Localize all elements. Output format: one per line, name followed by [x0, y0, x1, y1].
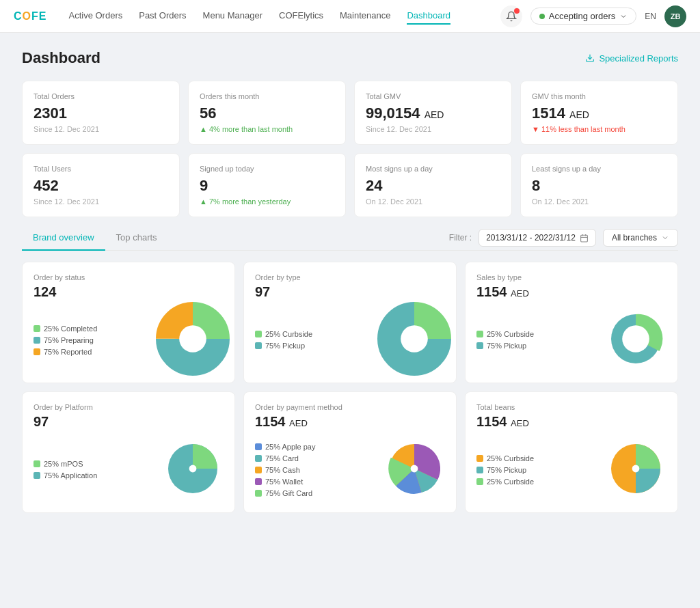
nav-maintenance[interactable]: Maintenance: [340, 8, 390, 25]
user-avatar[interactable]: ZB: [664, 5, 686, 27]
stat-total-orders: Total Orders 2301 Since 12. Dec 2021: [22, 81, 180, 145]
chart-status-legend: 25% Completed 75% Preparing 75% Reported: [33, 324, 154, 356]
branch-selector[interactable]: All branches: [603, 229, 678, 247]
chart-payment-legend: 25% Apple pay 75% Card 75% Cash 75%: [255, 443, 375, 497]
chart-beans-label: Total beans: [476, 403, 667, 411]
nav-past-orders[interactable]: Past Orders: [139, 8, 186, 25]
chart-platform-legend: 25% mPOS 75% Application: [33, 460, 154, 480]
pie-status: [162, 308, 224, 372]
status-dot: [539, 14, 545, 19]
notification-dot: [514, 8, 520, 14]
stat-total-users-value: 452: [33, 177, 168, 195]
legend-beans-curbside1: 25% Curbside: [476, 454, 597, 462]
legend-cash: 75% Cash: [255, 466, 375, 474]
branch-value: All branches: [612, 233, 657, 243]
legend-apple-pay: 25% Apple pay: [255, 443, 375, 451]
pie-beans: [605, 438, 667, 501]
chart-type-legend: 25% Curbside 75% Pickup: [255, 330, 375, 350]
legend-dot-preparing: [33, 337, 40, 344]
chart-type-inner: 25% Curbside 75% Pickup: [255, 308, 445, 372]
tabs-bar: Brand overview Top charts Filter : 2013/…: [22, 225, 678, 251]
legend-gift-card: 75% Gift Card: [255, 489, 375, 497]
chart-platform-label: Order by Platform: [33, 403, 224, 411]
nav-cofelytics[interactable]: COFElytics: [279, 8, 323, 25]
stat-gmv-month: GMV this month 1514 AED 11% less than la…: [520, 81, 678, 145]
stat-gmv-month-change: 11% less than last month: [532, 125, 667, 133]
tab-brand-overview[interactable]: Brand overview: [22, 225, 105, 251]
stat-orders-month-value: 56: [200, 105, 334, 122]
accepting-orders-btn[interactable]: Accepting orders: [530, 8, 637, 25]
chart-payment-label: Order by payment method: [255, 403, 445, 411]
legend-reported: 75% Reported: [33, 348, 154, 356]
stat-total-gmv: Total GMV 99,0154 AED Since 12. Dec 2021: [354, 81, 512, 145]
accepting-orders-label: Accepting orders: [549, 11, 616, 21]
specialized-reports-label: Specialized Reports: [599, 53, 678, 64]
nav-active-orders[interactable]: Active Orders: [68, 8, 122, 25]
svg-point-8: [179, 325, 206, 353]
stat-orders-month-label: Orders this month: [200, 92, 334, 100]
legend-curbside-sales: 25% Curbside: [476, 330, 597, 338]
chart-status-label: Order by status: [33, 273, 224, 281]
chart-sales-label: Sales by type: [476, 273, 667, 281]
svg-point-19: [632, 465, 640, 473]
legend-card: 75% Card: [255, 454, 375, 462]
chart-sales-value: 1154 AED: [476, 284, 667, 300]
chart-order-by-payment: Order by payment method 1154 AED 25% App…: [243, 391, 457, 513]
pie-platform: [162, 438, 224, 501]
chart-status-value: 124: [33, 284, 224, 300]
dashboard-title: Dashboard: [22, 49, 100, 67]
legend-dot-completed: [33, 325, 40, 332]
stat-gmv-month-value: 1514 AED: [532, 105, 667, 122]
stat-total-users-label: Total Users: [33, 165, 168, 173]
pie-payment: [383, 438, 445, 501]
stat-most-signup-label: Most signs up a day: [366, 165, 500, 173]
chart-sales-legend: 25% Curbside 75% Pickup: [476, 330, 597, 350]
stat-most-signup-value: 24: [366, 177, 500, 195]
chart-sales-by-type: Sales by type 1154 AED 25% Curbside 75% …: [465, 262, 678, 383]
chart-payment-value: 1154 AED: [255, 414, 445, 430]
chart-type-value: 97: [255, 284, 445, 300]
tabs-section: Brand overview Top charts Filter : 2013/…: [22, 225, 678, 513]
chart-payment-inner: 25% Apple pay 75% Card 75% Cash 75%: [255, 438, 445, 501]
svg-rect-1: [581, 235, 588, 242]
language-selector[interactable]: EN: [645, 12, 656, 21]
logo: COFE: [14, 10, 46, 23]
main-content: Dashboard Specialized Reports Total Orde…: [0, 33, 700, 540]
stat-signed-today-label: Signed up today: [200, 165, 334, 173]
date-range-value: 2013/31/12 - 2022/31/12: [486, 233, 576, 243]
stat-most-signup-sub: On 12. Dec 2021: [366, 197, 500, 206]
tabs-left: Brand overview Top charts: [22, 225, 168, 250]
filter-label: Filter :: [449, 233, 472, 243]
stat-least-signup-value: 8: [532, 177, 667, 195]
chart-status-inner: 25% Completed 75% Preparing 75% Reported: [33, 308, 224, 372]
svg-point-11: [401, 325, 428, 353]
nav-menu-manager[interactable]: Menu Manager: [203, 8, 262, 25]
stat-gmv-month-label: GMV this month: [532, 92, 667, 100]
svg-point-17: [411, 465, 418, 473]
stat-least-signup-label: Least signs up a day: [532, 165, 667, 173]
stat-total-orders-sub: Since 12. Dec 2021: [33, 125, 168, 133]
nav-dashboard[interactable]: Dashboard: [407, 8, 450, 25]
stat-total-users: Total Users 452 Since 12. Dec 2021: [22, 153, 180, 217]
navbar: COFE Active Orders Past Orders Menu Mana…: [0, 0, 700, 33]
tab-top-charts[interactable]: Top charts: [105, 225, 168, 251]
chart-order-by-platform: Order by Platform 97 25% mPOS 75% Applic…: [22, 391, 235, 513]
stat-total-users-sub: Since 12. Dec 2021: [33, 197, 168, 206]
chart-beans-inner: 25% Curbside 75% Pickup 25% Curbside: [476, 438, 667, 501]
stat-signed-today-change: 7% more than yesterday: [200, 197, 334, 206]
chart-total-beans: Total beans 1154 AED 25% Curbside 75% Pi…: [465, 391, 678, 513]
stat-signed-today: Signed up today 9 7% more than yesterday: [188, 153, 346, 217]
legend-mpos: 25% mPOS: [33, 460, 154, 468]
legend-preparing: 75% Preparing: [33, 336, 154, 344]
legend-pickup-type: 75% Pickup: [255, 342, 375, 350]
nav-links: Active Orders Past Orders Menu Manager C…: [68, 8, 500, 25]
dashboard-header: Dashboard Specialized Reports: [22, 49, 678, 67]
stat-signed-today-value: 9: [200, 177, 334, 195]
stat-most-signup: Most signs up a day 24 On 12. Dec 2021: [354, 153, 512, 217]
svg-point-13: [622, 325, 649, 353]
specialized-reports-btn[interactable]: Specialized Reports: [585, 53, 678, 64]
date-range-picker[interactable]: 2013/31/12 - 2022/31/12: [479, 229, 596, 247]
stats-grid-row2: Total Users 452 Since 12. Dec 2021 Signe…: [22, 153, 678, 217]
notification-bell[interactable]: [500, 5, 522, 27]
stat-total-orders-label: Total Orders: [33, 92, 168, 100]
